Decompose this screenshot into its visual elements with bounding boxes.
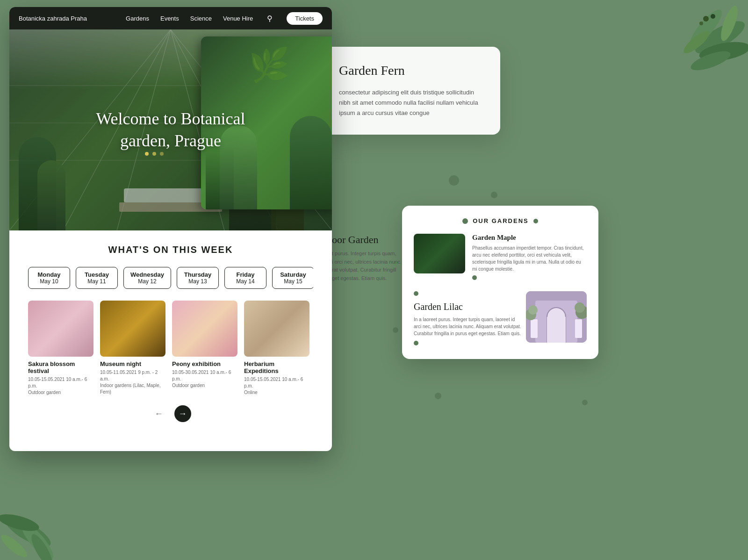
event-sakura-img — [28, 301, 94, 357]
next-arrow[interactable]: → — [174, 405, 191, 422]
indoor-garden-title: oor Garden — [332, 234, 411, 246]
event-sakura-title: Sakura blossom festival — [28, 360, 94, 374]
nav-venue-hire[interactable]: Venue Hire — [223, 15, 253, 22]
leaf-decoration-bottom-left — [0, 476, 94, 560]
hero-text: Welcome to Botanical garden, Prague — [90, 108, 252, 152]
hero-dots — [145, 152, 164, 156]
garden-maple-title: Garden Maple — [472, 234, 587, 242]
whats-on-section: WHAT'S ON THIS WEEK Monday May 10 Tuesda… — [9, 230, 332, 436]
event-peony-title: Peony exhibition — [172, 360, 237, 367]
nav-gardens[interactable]: Gardens — [126, 15, 149, 22]
day-saturday[interactable]: Saturday May 15 — [272, 267, 313, 289]
garden-fern-card: Garden Fern consectetur adipiscing elit … — [323, 47, 500, 135]
nav-science[interactable]: Science — [190, 15, 212, 22]
lilac-dot-top — [414, 291, 418, 296]
svg-point-4 — [718, 4, 741, 43]
dot-9 — [582, 400, 588, 405]
maple-dot — [472, 275, 477, 280]
garden-maple-img — [414, 234, 465, 273]
site-logo: Botanicka zahrada Praha — [19, 15, 87, 22]
events-row: Sakura blossom festival 10.05-15.05.2021… — [28, 301, 313, 396]
dot-8 — [435, 393, 441, 399]
day-wednesday[interactable]: Wednesday May 12 — [123, 267, 171, 289]
nav-links: Gardens Events Science Venue Hire — [126, 14, 253, 22]
lilac-dot-bottom — [414, 341, 418, 345]
lilac-row: Garden Lilac In a laoreet purus. Integer… — [414, 291, 587, 347]
event-museum[interactable]: Museum night 10.05-11.05.2021 9 p.m. - 2… — [100, 301, 165, 396]
event-herbarium-title: Herbarium Expeditions — [244, 360, 309, 374]
garden-lilac-title: Garden Lilac — [414, 302, 521, 312]
event-museum-title: Museum night — [100, 360, 165, 367]
leaf-decoration-top-right — [645, 0, 748, 93]
whats-on-title: WHAT'S ON THIS WEEK — [28, 244, 313, 255]
event-sakura-meta: 10.05-15.05.2021 10 a.m.- 6 p.m.Outdoor … — [28, 376, 94, 396]
garden-maple-desc: Phasellus accumsan imperdiet tempor. Cra… — [472, 244, 587, 273]
our-gardens-card: OUR GARDENS Garden Maple Phasellus accum… — [402, 206, 598, 359]
event-peony-meta: 10.05-30.05.2021 10 a.m.- 6 p.m.Outdoor … — [172, 369, 237, 389]
dot-5 — [393, 327, 398, 333]
day-thursday[interactable]: Thursday May 13 — [177, 267, 219, 289]
svg-point-8 — [699, 22, 703, 25]
browser-window: Botanicka zahrada Praha Gardens Events S… — [9, 7, 332, 451]
svg-rect-27 — [575, 319, 582, 338]
svg-point-6 — [703, 16, 709, 22]
search-icon[interactable]: ⚲ — [267, 14, 273, 23]
event-herbarium[interactable]: Herbarium Expeditions 10.05-15.05.2021 1… — [244, 301, 309, 396]
our-gardens-header: OUR GARDENS — [414, 217, 587, 224]
hero-section: 🌿 Welcome to Botanical garden, Prague — [9, 29, 332, 230]
svg-point-0 — [691, 15, 748, 60]
garden-lilac-desc: In a laoreet purus. Integer turpis quam,… — [414, 316, 521, 337]
svg-point-10 — [17, 519, 58, 560]
dot-3 — [491, 192, 497, 198]
garden-lilac-img — [526, 291, 587, 343]
header-dot — [462, 218, 468, 224]
svg-point-13 — [0, 531, 30, 560]
day-friday[interactable]: Friday May 14 — [224, 267, 266, 289]
dot-2 — [449, 175, 459, 186]
day-tuesday[interactable]: Tuesday May 11 — [76, 267, 118, 289]
garden-maple-info: Garden Maple Phasellus accumsan imperdie… — [472, 234, 587, 282]
event-museum-img — [100, 301, 165, 357]
nav-bar: Botanicka zahrada Praha Gardens Events S… — [9, 7, 332, 29]
svg-point-12 — [28, 531, 57, 560]
svg-point-31 — [575, 302, 585, 313]
event-peony-img — [172, 301, 237, 357]
svg-rect-25 — [547, 317, 566, 343]
svg-point-7 — [711, 14, 715, 19]
svg-point-2 — [698, 39, 748, 65]
svg-rect-26 — [531, 319, 538, 338]
garden-lilac-info: Garden Lilac In a laoreet purus. Integer… — [414, 291, 521, 347]
svg-point-5 — [681, 28, 712, 57]
event-sakura[interactable]: Sakura blossom festival 10.05-15.05.2021… — [28, 301, 94, 396]
event-herbarium-img — [244, 301, 309, 357]
event-museum-meta: 10.05-11.05.2021 9 p.m. - 2 a.m.Indoor g… — [100, 369, 165, 395]
svg-point-3 — [689, 47, 733, 74]
our-gardens-title: OUR GARDENS — [473, 217, 529, 224]
header-dot-2 — [533, 219, 538, 223]
event-herbarium-meta: 10.05-15.05.2021 10 a.m.- 6 p.m.Online — [244, 376, 309, 396]
svg-point-9 — [1, 512, 54, 552]
indoor-garden-text: t purus. Integer turpis quam,i orci nec,… — [332, 250, 411, 282]
garden-fern-title: Garden Fern — [339, 63, 484, 78]
nav-events[interactable]: Events — [160, 15, 179, 22]
garden-fern-text: consectetur adipiscing elit duis tristiq… — [339, 87, 484, 118]
svg-point-30 — [528, 305, 538, 315]
indoor-garden-section: oor Garden t purus. Integer turpis quam,… — [332, 234, 411, 282]
svg-point-1 — [685, 6, 726, 50]
hero-title: Welcome to Botanical garden, Prague — [90, 108, 252, 152]
event-peony[interactable]: Peony exhibition 10.05-30.05.2021 10 a.m… — [172, 301, 237, 396]
days-row: Monday May 10 Tuesday May 11 Wednesday M… — [28, 267, 313, 289]
tickets-button[interactable]: Tickets — [287, 12, 323, 25]
day-monday[interactable]: Monday May 10 — [28, 267, 70, 289]
garden-maple-item[interactable]: Garden Maple Phasellus accumsan imperdie… — [414, 234, 587, 282]
svg-point-11 — [0, 511, 41, 534]
prev-arrow[interactable]: ← — [151, 405, 167, 422]
nav-arrows: ← → — [28, 405, 313, 422]
